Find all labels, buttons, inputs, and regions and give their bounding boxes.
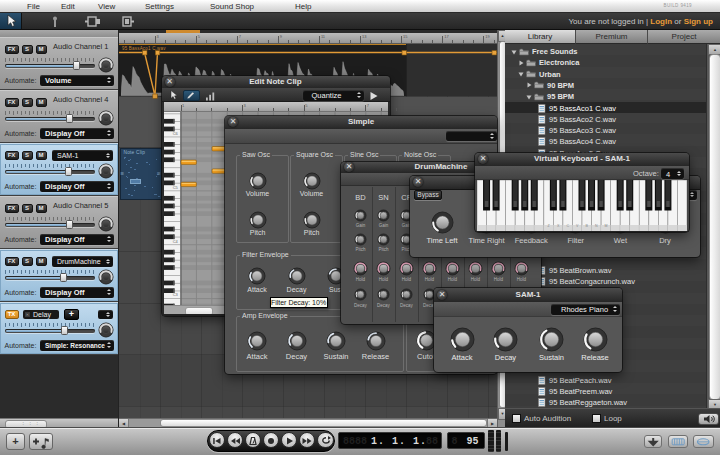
svg-text:M: M <box>604 224 607 228</box>
svg-text:N: N <box>595 224 598 228</box>
svg-text:C: C <box>566 224 569 228</box>
svg-text:C6: C6 <box>172 131 178 136</box>
svg-text:C4: C4 <box>172 239 178 244</box>
svg-text:C5: C5 <box>172 185 178 190</box>
svg-text:C3: C3 <box>172 292 178 297</box>
